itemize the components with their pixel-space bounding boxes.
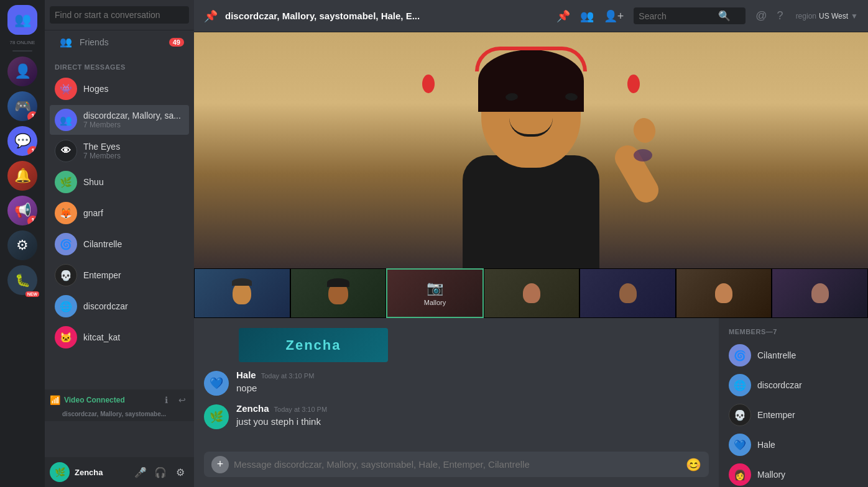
chat-input-box: + 😊 xyxy=(204,452,709,477)
main-content: 📌 discordczar, Mallory, saystomabel, Hal… xyxy=(194,0,868,487)
video-thumb-7[interactable] xyxy=(772,268,868,318)
msg-username-zencha: Zencha xyxy=(236,403,269,414)
dm-item-entemper[interactable]: 💀 Entemper xyxy=(50,260,189,290)
dm-info-the-eyes: The Eyes 7 Members xyxy=(83,142,184,160)
current-username: Zencha xyxy=(75,468,127,477)
chat-area: Zencha 💙 Hale Today at 3:10 PM nope xyxy=(194,318,868,487)
video-thumb-5[interactable] xyxy=(579,268,676,318)
dm-item-hoges[interactable]: 👾 Hoges xyxy=(50,74,189,104)
member-name-entemper: Entemper xyxy=(757,410,858,420)
dm-item-kitcat_kat[interactable]: 🐱 kitcat_kat xyxy=(50,322,189,352)
help-icon[interactable]: ? xyxy=(777,9,783,22)
shared-image-text: Zencha xyxy=(285,337,341,353)
server-icon-3[interactable]: 💬 xyxy=(7,126,37,156)
dm-name-shuu: Shuu xyxy=(83,177,184,187)
member-item-cilantrelle[interactable]: 🌀 Cilantrelle xyxy=(724,340,863,370)
member-avatar-entemper: 💀 xyxy=(729,404,751,426)
video-main xyxy=(194,32,868,268)
header-search-input[interactable] xyxy=(639,11,713,21)
video-status-bar: 📶 Video Connected ℹ ↩ discordczar, Mallo… xyxy=(45,389,194,421)
mallory-thumb-label: Mallory xyxy=(424,299,446,306)
member-item-mallory[interactable]: 👩 Mallory xyxy=(724,460,863,487)
dm-item-shuu[interactable]: 🌿 Shuu xyxy=(50,167,189,197)
server-icon-6[interactable]: ⚙ xyxy=(7,230,37,260)
friends-item[interactable]: 👥 Friends 49 xyxy=(50,31,189,53)
member-item-hale[interactable]: 💙 Hale xyxy=(724,430,863,460)
member-info-mallory: Mallory xyxy=(757,470,858,480)
voice-settings-button[interactable]: ℹ xyxy=(159,393,173,407)
deafen-button[interactable]: 🎧 xyxy=(152,463,169,481)
dm-name-gnarf: gnarf xyxy=(83,208,184,218)
msg-text-hale: nope xyxy=(236,381,709,394)
dm-sub-the-eyes: 7 Members xyxy=(83,152,184,160)
dm-avatar-group1: 👥 xyxy=(55,109,77,131)
member-info-cilantrelle: Cilantrelle xyxy=(757,350,858,360)
dm-item-discordczar[interactable]: 🌐 discordczar xyxy=(50,291,189,321)
dm-avatar-discordczar: 🌐 xyxy=(55,295,77,317)
chat-emoji-button[interactable]: 😊 xyxy=(686,457,701,472)
video-thumb-4[interactable] xyxy=(484,268,580,318)
add-member-icon-button[interactable]: 👤+ xyxy=(604,9,624,23)
member-name-cilantrelle: Cilantrelle xyxy=(757,350,858,360)
members-sidebar: MEMBERS—7 🌀 Cilantrelle 🌐 discordczar 💀 xyxy=(719,318,868,487)
friends-icon: 👥 xyxy=(60,36,72,48)
channel-title: discordczar, Mallory, saystomabel, Hale,… xyxy=(225,11,549,21)
members-icon-button[interactable]: 👥 xyxy=(580,9,594,23)
channel-pin-icon: 📌 xyxy=(204,9,218,23)
message-group-zencha: 🌿 Zencha Today at 3:10 PM just you steph… xyxy=(204,403,709,429)
member-info-entemper: Entemper xyxy=(757,410,858,420)
at-icon[interactable]: @ xyxy=(755,9,767,22)
msg-username-hale: Hale xyxy=(236,370,256,380)
online-count-label: 78 ONLINE xyxy=(10,40,35,45)
video-thumb-6[interactable] xyxy=(676,268,772,318)
server-icon-1[interactable]: 👤 xyxy=(7,57,37,86)
server-icon-5[interactable]: 📢 xyxy=(7,196,37,225)
dm-avatar-shuu: 🌿 xyxy=(55,171,77,193)
server-divider xyxy=(12,50,32,52)
user-settings-button[interactable]: ⚙ xyxy=(172,463,189,481)
video-thumb-2[interactable] xyxy=(290,268,387,318)
mute-button[interactable]: 🎤 xyxy=(132,463,149,481)
camera-off-icon: 📷 xyxy=(427,280,443,296)
pin-icon-button[interactable]: 📌 xyxy=(556,9,570,23)
dm-info-entemper: Entemper xyxy=(83,270,184,280)
dm-sidebar: 👥 Friends 49 DIRECT MESSAGES 👾 Hoges 👥 d… xyxy=(45,0,194,487)
dm-name-discordczar: discordczar xyxy=(83,301,184,311)
chat-input[interactable] xyxy=(234,452,681,477)
bottom-user-bar: 🌿 Zencha 🎤 🎧 ⚙ xyxy=(45,457,194,487)
video-thumb-mallory[interactable]: 📷 Mallory xyxy=(386,268,484,318)
bottom-controls: 🎤 🎧 ⚙ xyxy=(132,463,189,481)
chat-add-button[interactable]: + xyxy=(211,456,229,473)
home-server-icon[interactable]: 👥 xyxy=(7,5,37,35)
dm-item-cilantrelle[interactable]: 🌀 Cilantrelle xyxy=(50,229,189,259)
search-input[interactable] xyxy=(50,6,189,24)
dm-item-group1[interactable]: 👥 discordczar, Mallory, sa... 7 Members xyxy=(50,105,189,135)
video-settings-button[interactable]: ↩ xyxy=(175,393,189,407)
header-icons: 📌 👥 👤+ 🔍 @ ? xyxy=(556,7,783,24)
msg-content-hale: Hale Today at 3:10 PM nope xyxy=(236,370,709,396)
member-name-hale: Hale xyxy=(757,440,858,450)
member-item-discordczar[interactable]: 🌐 discordczar xyxy=(724,370,863,400)
dm-name-group1: discordczar, Mallory, sa... xyxy=(83,111,184,121)
region-value: US West xyxy=(819,12,848,20)
msg-header-zencha: Zencha Today at 3:10 PM xyxy=(236,403,709,414)
dm-item-gnarf[interactable]: 🦊 gnarf xyxy=(50,198,189,228)
dm-item-the-eyes[interactable]: 👁 The Eyes 7 Members xyxy=(50,136,189,166)
dm-info-gnarf: gnarf xyxy=(83,208,184,218)
msg-content-zencha: Zencha Today at 3:10 PM just you steph i… xyxy=(236,403,709,429)
server-icon-4[interactable]: 🔔 xyxy=(7,161,37,191)
dm-info-shuu: Shuu xyxy=(83,177,184,187)
chat-messages: Zencha 💙 Hale Today at 3:10 PM nope xyxy=(194,318,719,452)
message-group-hale: 💙 Hale Today at 3:10 PM nope xyxy=(204,370,709,396)
member-item-entemper[interactable]: 💀 Entemper xyxy=(724,400,863,430)
friends-badge: 49 xyxy=(169,38,184,47)
server-icon-7[interactable]: 🐛 NEW xyxy=(7,265,37,295)
video-signal-icon: 📶 xyxy=(50,395,60,405)
server-icon-2[interactable]: 🎮 xyxy=(7,91,37,121)
video-thumb-1[interactable] xyxy=(194,268,290,318)
server-bar: 👥 78 ONLINE 👤 🎮 💬 🔔 📢 ⚙ 🐛 NEW xyxy=(0,0,45,487)
video-area: 📷 Mallory xyxy=(194,32,868,318)
msg-header-hale: Hale Today at 3:10 PM xyxy=(236,370,709,380)
member-avatar-cilantrelle: 🌀 xyxy=(729,344,751,366)
member-avatar-mallory: 👩 xyxy=(729,463,751,486)
